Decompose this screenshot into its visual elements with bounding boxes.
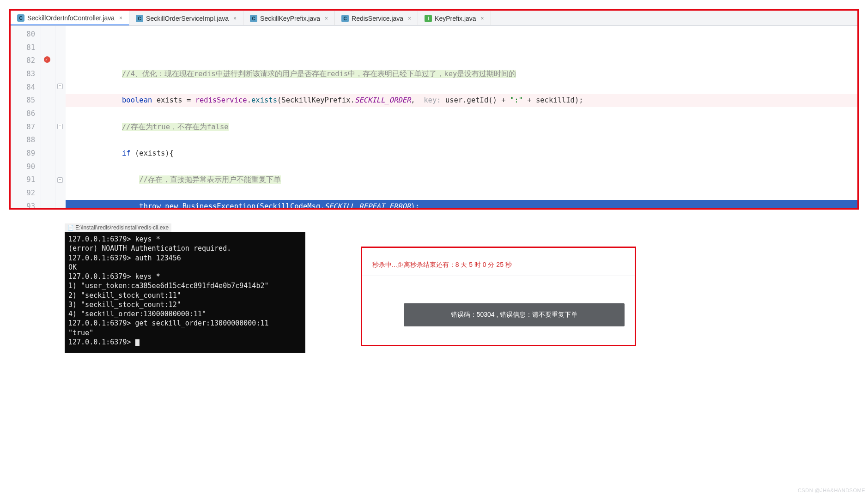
tab-controller[interactable]: C SeckillOrderInfoController.java × (11, 11, 129, 26)
fold-icon[interactable]: − (57, 84, 63, 89)
close-icon[interactable]: × (119, 15, 122, 21)
marker-gutter (41, 26, 55, 208)
interface-icon: I (425, 15, 432, 22)
tab-label: SeckillKeyPrefix.java (260, 15, 320, 22)
fold-icon[interactable]: − (57, 124, 63, 129)
code-editor[interactable]: 8081828384858687888990919293 − − − //4、优… (11, 26, 857, 208)
class-icon: C (136, 15, 143, 22)
lower-row: E:\install\redis\redisinstall\redis-cli.… (9, 223, 859, 367)
class-icon: C (17, 14, 24, 22)
code-area[interactable]: //4、优化：现在现在redis中进行判断该请求的用户是否存在redis中，存在… (66, 26, 857, 208)
terminal[interactable]: 127.0.0.1:6379> keys * (error) NOAUTH Au… (65, 232, 305, 353)
close-icon[interactable]: × (481, 15, 484, 22)
close-icon[interactable]: × (233, 15, 237, 22)
fold-icon[interactable]: − (57, 177, 63, 183)
class-icon: C (341, 15, 349, 22)
error-toast: 错误码：50304 , 错误信息：请不要重复下单 (404, 303, 625, 326)
tab-key-prefix[interactable]: C SeckillKeyPrefix.java × (243, 11, 335, 25)
tab-label: SeckillOrderServiceImpl.java (146, 15, 229, 22)
close-icon[interactable]: × (408, 15, 411, 22)
close-icon[interactable]: × (325, 15, 328, 22)
countdown-text: 秒杀中...距离秒杀结束还有：8 天 5 时 0 分 25 秒 (362, 257, 635, 276)
terminal-cursor (135, 339, 140, 346)
tab-label: KeyPrefix.java (435, 15, 476, 22)
terminal-title: E:\install\redis\redisinstall\redis-cli.… (65, 223, 171, 232)
divider (362, 276, 635, 292)
tab-label: SeckillOrderInfoController.java (27, 14, 115, 22)
tab-bar: C SeckillOrderInfoController.java × C Se… (11, 11, 857, 26)
tab-label: RedisService.java (352, 15, 403, 22)
fold-gutter: − − − (55, 26, 66, 208)
breakpoint-icon[interactable] (44, 56, 50, 63)
tab-key-prefix-interface[interactable]: I KeyPrefix.java × (418, 11, 491, 25)
tab-service-impl[interactable]: C SeckillOrderServiceImpl.java × (129, 11, 243, 25)
editor-frame: C SeckillOrderInfoController.java × C Se… (9, 9, 859, 210)
line-number-gutter: 8081828384858687888990919293 (11, 26, 41, 208)
web-result-panel: 秒杀中...距离秒杀结束还有：8 天 5 时 0 分 25 秒 错误码：5030… (361, 247, 636, 346)
tab-redis-service[interactable]: C RedisService.java × (335, 11, 418, 25)
terminal-panel: E:\install\redis\redisinstall\redis-cli.… (65, 223, 305, 353)
class-icon: C (250, 15, 257, 22)
